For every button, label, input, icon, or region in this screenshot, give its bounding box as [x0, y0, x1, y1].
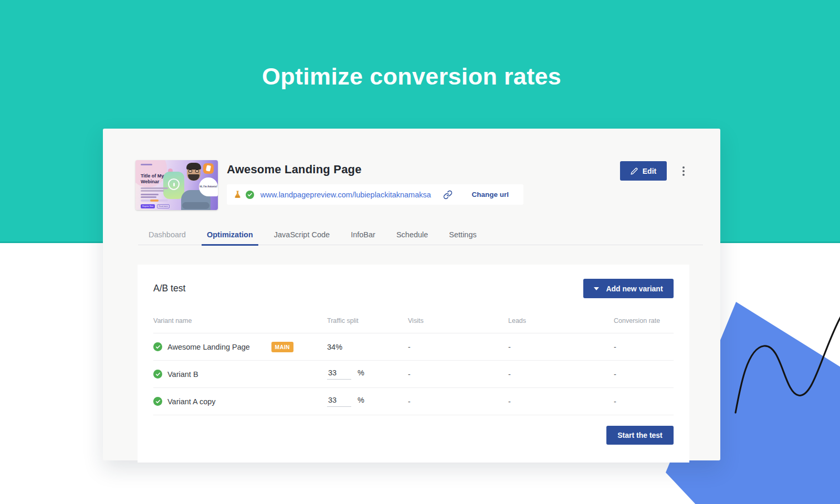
variant-name: Awesome Landing Page: [167, 343, 250, 351]
panel-header: A/B test Add new variant: [153, 279, 674, 298]
thumb-bullet-line: [141, 196, 156, 198]
variant-active-icon: [153, 397, 162, 406]
thumb-bullet-line: [141, 194, 159, 195]
variant-name: Variant B: [167, 370, 198, 379]
link-icon[interactable]: [443, 190, 453, 200]
tab-settings[interactable]: Settings: [444, 230, 481, 246]
url-bar: www.landpagepreview.com/lubieplackitakna…: [227, 184, 523, 205]
landing-page-thumbnail[interactable]: Title of My Webinar Register Now Read mo…: [135, 160, 218, 210]
traffic-split-input[interactable]: [327, 396, 351, 407]
ab-test-panel: A/B test Add new variant Variant nameTra…: [138, 265, 689, 463]
thumb-readmore-button: Read more: [157, 204, 170, 208]
tab-optimization[interactable]: Optimization: [202, 230, 258, 246]
start-the-test-button[interactable]: Start the test: [606, 426, 674, 445]
thumb-webinar-title: Title of My Webinar: [141, 173, 174, 184]
variant-name: Variant A copy: [167, 397, 216, 406]
conversion-rate-cell: -: [614, 397, 674, 406]
screenshot-root: Optimize conversion rates Title of My We…: [0, 0, 840, 504]
url-verified-icon: [246, 191, 254, 199]
table-row: Awesome Landing PageMAIN34%---: [153, 333, 674, 361]
tab-infobar[interactable]: InfoBar: [345, 230, 381, 246]
thumb-register-button: Register Now: [141, 204, 155, 208]
column-header: Variant name: [153, 317, 327, 324]
experiment-flask-icon: [233, 190, 242, 199]
add-new-variant-button[interactable]: Add new variant: [583, 279, 674, 298]
landing-page-card: Title of My Webinar Register Now Read mo…: [103, 129, 720, 460]
traffic-split-unit: %: [358, 396, 364, 404]
variant-name-cell: Variant A copy: [153, 397, 327, 406]
pencil-icon: [631, 167, 638, 175]
traffic-split-cell: %: [327, 396, 408, 407]
more-options-button[interactable]: [679, 164, 688, 178]
column-header: Visits: [408, 317, 508, 324]
glasses-icon: [188, 169, 199, 173]
table-header-row: Variant nameTraffic splitVisitsLeadsConv…: [153, 317, 674, 333]
tab-schedule[interactable]: Schedule: [391, 230, 433, 246]
visits-cell: -: [408, 370, 508, 379]
thumb-logo: [141, 164, 152, 165]
tab-dashboard[interactable]: Dashboard: [143, 230, 191, 246]
edit-button[interactable]: Edit: [620, 161, 667, 181]
leads-cell: -: [508, 370, 614, 379]
tab-javascript-code[interactable]: JavaScript Code: [269, 230, 335, 246]
thumb-speech-bubble: Hi, I'm Antonio!: [199, 177, 218, 196]
leads-cell: -: [508, 397, 614, 406]
add-new-variant-label: Add new variant: [606, 285, 663, 293]
page-title: Optimize conversion rates: [0, 63, 823, 90]
traffic-split-input[interactable]: [327, 369, 351, 380]
traffic-split-cell: %: [327, 369, 408, 380]
thumb-text-line: [141, 190, 164, 192]
change-url-button[interactable]: Change url: [471, 191, 509, 198]
card-header: Title of My Webinar Register Now Read mo…: [103, 129, 720, 210]
panel-footer: Start the test: [153, 415, 674, 455]
conversion-rate-cell: -: [614, 343, 674, 351]
landing-page-url[interactable]: www.landpagepreview.com/lubieplackitakna…: [260, 191, 431, 199]
section-title: A/B test: [153, 283, 185, 294]
visits-cell: -: [408, 397, 508, 406]
column-header: Conversion rate: [614, 317, 674, 324]
traffic-split-cell: 34%: [327, 343, 408, 351]
caret-down-icon: [594, 287, 599, 290]
header-actions: Edit: [620, 161, 688, 181]
landing-page-title: Awesome Landing Page: [227, 163, 523, 176]
tab-bar: DashboardOptimizationJavaScript CodeInfo…: [138, 230, 703, 245]
column-header: Leads: [508, 317, 614, 324]
thumb-orange-badge-icon: [203, 163, 214, 174]
column-header: Traffic split: [327, 317, 408, 324]
visits-cell: -: [408, 343, 508, 351]
wave-line: [736, 288, 840, 413]
leads-cell: -: [508, 343, 614, 351]
variant-name-cell: Variant B: [153, 370, 327, 379]
edit-button-label: Edit: [643, 167, 656, 175]
thumb-offer-line: [141, 200, 168, 202]
variant-active-icon: [153, 342, 162, 351]
variant-active-icon: [153, 370, 162, 379]
conversion-rate-cell: -: [614, 370, 674, 379]
table-row: Variant B%---: [153, 361, 674, 388]
variant-name-cell: Awesome Landing PageMAIN: [153, 342, 327, 352]
table-row: Variant A copy%---: [153, 388, 674, 415]
variant-table: Awesome Landing PageMAIN34%---Variant B%…: [153, 333, 674, 415]
traffic-split-unit: %: [358, 369, 364, 377]
title-column: Awesome Landing Page www.landpagepreview…: [227, 160, 523, 205]
thumb-presenter-arms: [182, 202, 209, 209]
thumb-text-line: [141, 187, 168, 189]
main-badge: MAIN: [271, 342, 293, 352]
